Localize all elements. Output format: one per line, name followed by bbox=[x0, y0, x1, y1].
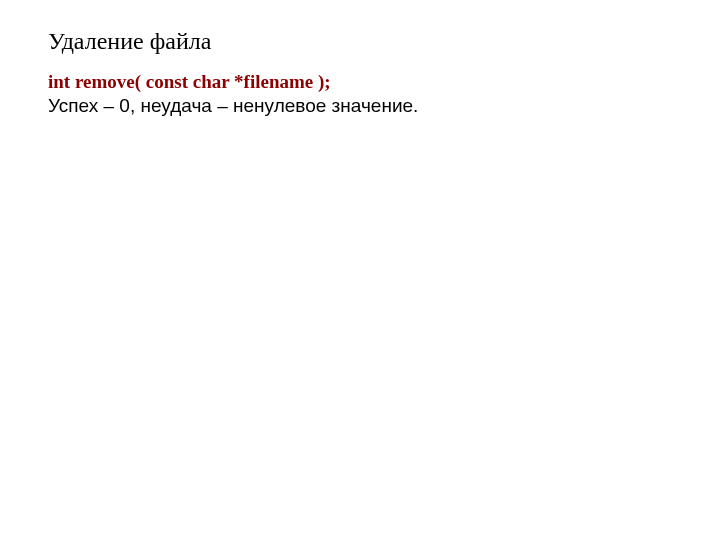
function-signature: int remove( const char *filename ); bbox=[48, 71, 672, 93]
section-title: Удаление файла bbox=[48, 28, 672, 55]
return-description: Успех – 0, неудача – ненулевое значение. bbox=[48, 95, 672, 117]
